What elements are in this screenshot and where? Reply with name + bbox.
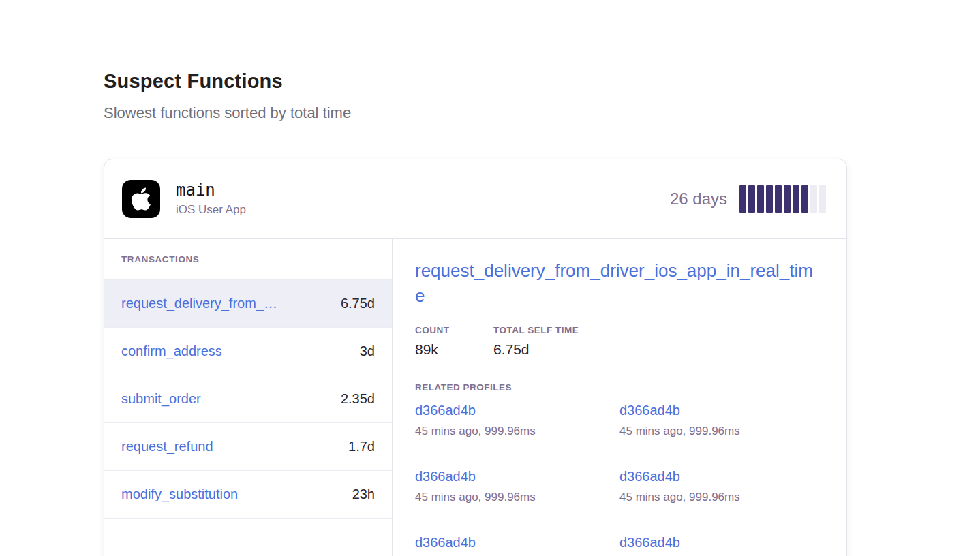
transaction-link[interactable]: request_delivery_from_…	[121, 296, 277, 311]
profile-meta: 45 mins ago, 999.96ms	[415, 491, 619, 504]
related-profiles-label: RELATED PROFILES	[415, 382, 824, 392]
transactions-panel: TRANSACTIONS request_delivery_from_… 6.7…	[104, 239, 393, 556]
stat-total-self-time: TOTAL SELF TIME 6.75d	[493, 325, 579, 358]
profile-meta: 45 mins ago, 999.96ms	[619, 491, 824, 504]
transaction-total-time: 2.35d	[341, 391, 375, 407]
profile-item: d366ad4b 45 mins ago, 999.96ms	[415, 403, 619, 438]
transaction-link[interactable]: submit_order	[121, 391, 201, 407]
usage-bar	[775, 185, 782, 213]
suspect-functions-card: main iOS User App 26 days TRANSACTIONS r…	[104, 159, 847, 556]
transaction-row[interactable]: request_delivery_from_… 6.75d	[104, 280, 392, 328]
transaction-link[interactable]: request_refund	[121, 439, 213, 454]
page-subtitle: Slowest functions sorted by total time	[104, 104, 980, 123]
usage-bar	[757, 185, 764, 213]
profile-link[interactable]: d366ad4b	[619, 469, 680, 484]
usage-bar	[739, 185, 746, 213]
profile-link[interactable]: d366ad4b	[415, 403, 476, 418]
related-profiles-section: RELATED PROFILES d366ad4b 45 mins ago, 9…	[415, 382, 824, 556]
transaction-link[interactable]: confirm_address	[121, 343, 222, 359]
usage-bar	[819, 185, 826, 213]
app-name: main	[176, 181, 246, 199]
profile-link[interactable]: d366ad4b	[415, 469, 476, 484]
usage-bar	[810, 185, 817, 213]
profile-link[interactable]: d366ad4b	[619, 535, 680, 551]
profile-meta: 45 mins ago, 999.96ms	[415, 424, 619, 438]
card-header: main iOS User App 26 days	[104, 159, 846, 239]
transaction-total-time: 1.7d	[348, 439, 375, 454]
usage-bar	[801, 185, 808, 213]
transaction-row-empty	[104, 519, 392, 556]
profile-item: d366ad4b 45 mins ago, 999.96ms	[619, 403, 824, 438]
profile-item: d366ad4b 45 mins ago, 999.96ms	[619, 469, 824, 504]
page: Suspect Functions Slowest functions sort…	[0, 0, 980, 556]
transaction-total-time: 6.75d	[341, 296, 375, 311]
profile-item: d366ad4b 45 mins ago, 999.96ms	[415, 535, 619, 556]
stat-count: COUNT 89k	[415, 325, 493, 358]
transaction-row[interactable]: modify_substitution 23h	[104, 471, 392, 519]
usage-bar	[766, 185, 773, 213]
page-title: Suspect Functions	[104, 70, 980, 93]
card-body: TRANSACTIONS request_delivery_from_… 6.7…	[104, 239, 846, 556]
profile-link[interactable]: d366ad4b	[415, 535, 476, 551]
transaction-total-time: 23h	[352, 486, 375, 502]
transactions-header: TRANSACTIONS	[104, 239, 392, 280]
transaction-link[interactable]: modify_substitution	[121, 486, 238, 502]
stat-count-value: 89k	[415, 341, 493, 358]
function-stats: COUNT 89k TOTAL SELF TIME 6.75d	[415, 325, 824, 358]
apple-icon	[122, 180, 160, 218]
transaction-row[interactable]: request_refund 1.7d	[104, 423, 392, 471]
profile-item: d366ad4b 45 mins ago, 999.96ms	[415, 469, 619, 504]
related-profiles-grid: d366ad4b 45 mins ago, 999.96ms d366ad4b …	[415, 403, 824, 556]
profile-item: d366ad4b 45 mins ago, 999.96ms	[619, 535, 824, 556]
stat-total-self-time-label: TOTAL SELF TIME	[493, 325, 579, 335]
profile-meta: 45 mins ago, 999.96ms	[619, 424, 824, 438]
usage-bar	[784, 185, 791, 213]
usage-bar	[793, 185, 799, 213]
transaction-total-time: 3d	[360, 343, 375, 359]
retention-usage: 26 days	[670, 185, 826, 213]
transaction-row[interactable]: confirm_address 3d	[104, 328, 392, 375]
app-meta: main iOS User App	[176, 181, 246, 217]
stat-total-self-time-value: 6.75d	[493, 341, 579, 358]
profile-link[interactable]: d366ad4b	[619, 403, 680, 418]
app-description: iOS User App	[176, 203, 246, 217]
function-title-link[interactable]: request_delivery_from_driver_ios_app_in_…	[415, 258, 814, 309]
function-detail-panel: request_delivery_from_driver_ios_app_in_…	[393, 239, 847, 556]
usage-bar	[748, 185, 755, 213]
stat-count-label: COUNT	[415, 325, 493, 335]
transaction-row[interactable]: submit_order 2.35d	[104, 375, 392, 423]
usage-days-label: 26 days	[670, 189, 727, 208]
usage-bars	[739, 185, 826, 213]
